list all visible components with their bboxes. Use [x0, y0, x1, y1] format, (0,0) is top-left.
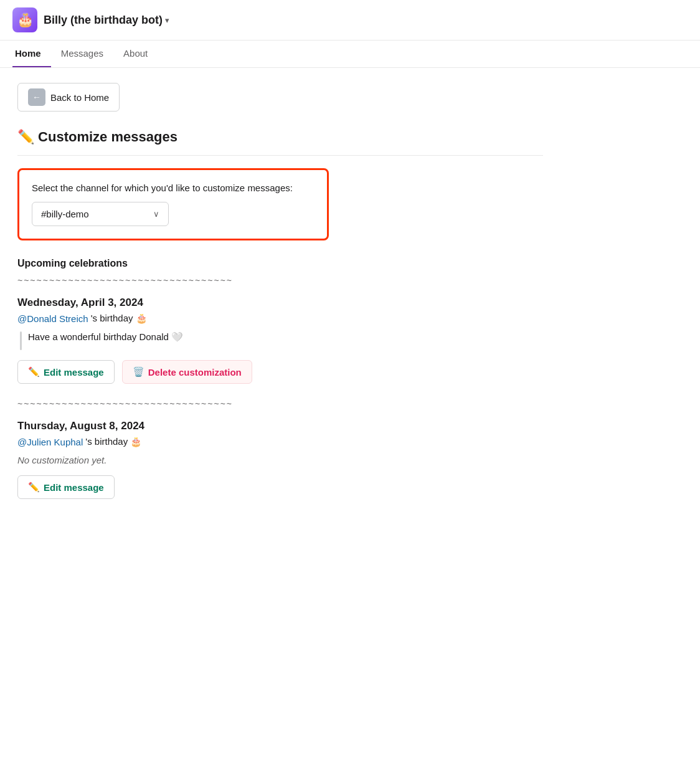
app-header: 🎂 Billy (the birthday bot) ▾ — [0, 0, 700, 40]
channel-selector-box: Select the channel for which you'd like … — [17, 168, 329, 240]
section-divider — [17, 155, 543, 156]
birthday-label-2: 's birthday 🎂 — [85, 436, 142, 447]
edit-icon-1: ✏️ — [28, 366, 40, 378]
delete-customization-button-1[interactable]: 🗑️ Delete customization — [122, 360, 252, 384]
edit-message-button-1[interactable]: ✏️ Edit message — [17, 360, 115, 384]
channel-selector-label: Select the channel for which you'd like … — [32, 183, 315, 193]
dropdown-chevron-icon: ∨ — [153, 209, 159, 219]
edit-message-button-2[interactable]: ✏️ Edit message — [17, 475, 115, 499]
tab-about[interactable]: About — [121, 40, 158, 67]
tab-nav: Home Messages About — [0, 40, 700, 68]
action-buttons-1: ✏️ Edit message 🗑️ Delete customization — [17, 360, 543, 384]
page-title-text: ✏️ Customize messages — [17, 129, 177, 145]
tab-home[interactable]: Home — [12, 40, 51, 67]
back-arrow-icon: ← — [28, 88, 45, 106]
channel-select-dropdown[interactable]: #billy-demo ∨ — [32, 202, 169, 226]
birthday-entry-2: Thursday, August 8, 2024 @Julien Kuphal … — [17, 420, 543, 499]
page-title: ✏️ Customize messages — [17, 129, 543, 145]
back-button-label: Back to Home — [50, 92, 109, 103]
edit-label-2: Edit message — [44, 482, 104, 493]
mention-link-1[interactable]: @Donald Streich — [17, 313, 88, 324]
edit-icon-2: ✏️ — [28, 482, 40, 493]
bot-icon: 🎂 — [12, 7, 37, 32]
action-buttons-2: ✏️ Edit message — [17, 475, 543, 499]
main-content: ← Back to Home ✏️ Customize messages Sel… — [0, 68, 560, 529]
birthday-person-1: @Donald Streich 's birthday 🎂 — [17, 313, 543, 324]
birthday-label-1: 's birthday 🎂 — [91, 313, 148, 324]
bot-name-chevron: ▾ — [165, 16, 169, 25]
bot-name: Billy (the birthday bot) — [44, 14, 163, 27]
channel-select-value: #billy-demo — [41, 209, 89, 219]
celebrations-section-title: Upcoming celebrations — [17, 258, 543, 269]
wave-divider-2: ~~~~~~~~~~~~~~~~~~~~~~~~~~~~~~~~~~ — [17, 399, 543, 409]
message-text-1: Have a wonderful birthday Donald 🤍 — [28, 331, 183, 343]
birthday-date-2: Thursday, August 8, 2024 — [17, 420, 543, 432]
birthday-person-2: @Julien Kuphal 's birthday 🎂 — [17, 436, 543, 447]
message-bar-1 — [20, 331, 22, 350]
birthday-date-1: Wednesday, April 3, 2024 — [17, 297, 543, 309]
no-customization-text-2: No customization yet. — [17, 455, 543, 465]
mention-link-2[interactable]: @Julien Kuphal — [17, 437, 83, 447]
back-to-home-button[interactable]: ← Back to Home — [17, 83, 120, 112]
delete-label-1: Delete customization — [148, 367, 242, 378]
message-preview-1: Have a wonderful birthday Donald 🤍 — [17, 331, 543, 350]
wave-divider-1: ~~~~~~~~~~~~~~~~~~~~~~~~~~~~~~~~~~ — [17, 275, 543, 285]
tab-messages[interactable]: Messages — [59, 40, 113, 67]
birthday-entry-1: Wednesday, April 3, 2024 @Donald Streich… — [17, 297, 543, 384]
delete-icon-1: 🗑️ — [133, 366, 144, 378]
edit-label-1: Edit message — [44, 367, 104, 378]
